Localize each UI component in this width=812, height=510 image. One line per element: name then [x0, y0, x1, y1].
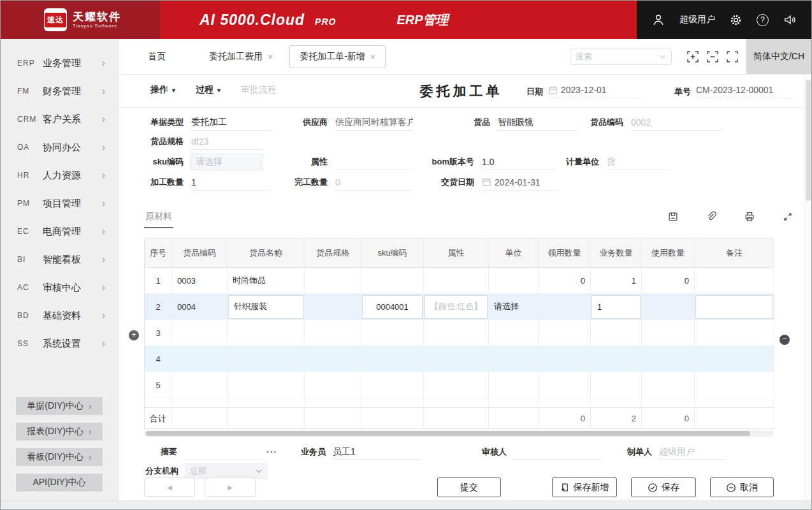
grid-cell[interactable] [539, 372, 591, 398]
grid-cell[interactable]: 3 [145, 320, 172, 346]
unit-input[interactable]: 货 [605, 154, 671, 170]
sku-code-input[interactable]: 请选择 [190, 154, 263, 170]
action-menu-button[interactable]: 操作▼ [150, 84, 177, 96]
grid-cell[interactable] [424, 372, 489, 398]
col-header-requisition-qty[interactable]: 领用数量 [539, 238, 591, 268]
grid-cell[interactable] [539, 320, 591, 346]
help-icon[interactable]: ? [757, 14, 769, 26]
summary-input[interactable] [184, 444, 261, 460]
announcement-speaker-icon[interactable] [783, 13, 797, 27]
goods-code-input[interactable]: 0002 [630, 114, 723, 131]
cancel-button[interactable]: 取消 [710, 477, 774, 497]
grid-cell[interactable]: 1 [145, 268, 172, 294]
grid-cell[interactable] [695, 372, 774, 398]
tab-processing-fee[interactable]: 委托加工费用 × [209, 51, 273, 62]
global-search[interactable] [570, 48, 672, 65]
sidebar-item-crm[interactable]: CRM 客户关系 › [1, 105, 118, 133]
grid-cell[interactable] [172, 320, 228, 346]
col-header-goods-spec[interactable]: 货品规格 [305, 238, 361, 268]
col-header-seq[interactable]: 序号 [145, 238, 172, 268]
print-icon[interactable] [744, 211, 755, 222]
grid-cell[interactable]: 0 [642, 268, 695, 294]
tab-home[interactable]: 首页 [148, 51, 166, 62]
grid-cell[interactable] [172, 372, 228, 398]
col-header-sku[interactable]: sku编码 [361, 238, 424, 268]
user-icon[interactable] [651, 13, 665, 27]
attribute-editor[interactable]: 【颜色:红色】 [424, 295, 488, 319]
grid-cell[interactable] [591, 372, 642, 398]
auditor-input[interactable] [512, 444, 602, 460]
sidebar-item-hr[interactable]: HR 人力资源 › [1, 161, 118, 189]
diy-report-center-button[interactable]: 报表(DIY)中心 › [16, 423, 103, 441]
grid-cell[interactable] [305, 320, 361, 346]
fullscreen-icon[interactable] [726, 50, 739, 63]
date-input[interactable]: 2023-12-01 [548, 85, 641, 98]
sidebar-item-pm[interactable]: PM 项目管理 › [1, 189, 118, 217]
grid-cell[interactable]: 4 [145, 346, 172, 372]
summary-more-button[interactable]: ··· [266, 447, 277, 457]
col-header-business-qty[interactable]: 业务数量 [591, 238, 642, 268]
expand-grid-icon[interactable] [782, 211, 794, 222]
grid-cell[interactable] [172, 346, 228, 372]
grid-cell[interactable] [305, 294, 361, 320]
grid-cell[interactable] [489, 346, 539, 372]
sidebar-item-ss[interactable]: SS 系统设置 › [1, 330, 118, 358]
attachment-paperclip-icon[interactable] [706, 211, 717, 222]
vertical-scrollbar[interactable] [804, 75, 811, 500]
language-switcher[interactable]: 简体中文/CH [746, 39, 811, 74]
grid-cell[interactable] [642, 372, 695, 398]
goods-input[interactable]: 智能眼镜 [497, 114, 577, 131]
sidebar-item-erp[interactable]: ERP 业务管理 › [1, 49, 118, 77]
remove-row-button[interactable]: − [779, 335, 790, 345]
diy-doc-center-button[interactable]: 单据(DIY)中心 › [16, 397, 103, 415]
goods-name-editor[interactable]: 针织服装 [228, 295, 303, 319]
horizontal-scrollbar[interactable] [144, 430, 774, 437]
tab-raw-materials[interactable]: 原材料 [144, 210, 173, 228]
grid-cell[interactable] [489, 320, 539, 346]
grid-cell[interactable] [305, 346, 361, 372]
grid-cell[interactable] [489, 372, 539, 398]
grid-cell[interactable] [305, 372, 361, 398]
close-icon[interactable]: × [370, 52, 375, 62]
process-qty-input[interactable]: 1 [190, 174, 271, 191]
grid-cell[interactable]: 5 [145, 372, 172, 398]
zoom-in-viewport-icon[interactable] [686, 50, 699, 63]
tab-processing-order-new[interactable]: 委托加工单-新增 × [289, 45, 386, 68]
grid-cell[interactable] [424, 268, 489, 294]
grid-cell[interactable] [539, 294, 591, 320]
grid-cell[interactable] [695, 268, 774, 294]
diy-board-center-button[interactable]: 看板(DIY)中心 › [16, 448, 103, 466]
grid-cell[interactable] [642, 346, 695, 372]
doc-no-input[interactable]: CM-2023-12-00001 [696, 85, 793, 98]
doc-type-input[interactable]: 委托加工 [190, 114, 271, 131]
grid-cell[interactable] [361, 268, 424, 294]
grid-cell[interactable] [591, 320, 642, 346]
grid-cell[interactable] [228, 372, 305, 398]
grid-cell[interactable]: 1 [591, 268, 642, 294]
grid-cell[interactable] [361, 320, 424, 346]
grid-cell[interactable] [539, 346, 591, 372]
sidebar-item-fm[interactable]: FM 财务管理 › [1, 77, 118, 105]
attribute-input[interactable] [334, 154, 413, 170]
grid-cell[interactable] [642, 294, 695, 320]
grid-cell[interactable]: 0004 [172, 294, 228, 320]
scrollbar-thumb[interactable] [806, 80, 811, 201]
grid-cell[interactable] [305, 268, 361, 294]
sidebar-item-bi[interactable]: BI 智能看板 › [1, 245, 118, 273]
business-qty-editor[interactable]: 1 [591, 295, 641, 319]
search-input[interactable] [576, 52, 659, 61]
creator-input[interactable]: 超级用户 [658, 444, 725, 460]
zoom-out-viewport-icon[interactable] [706, 50, 719, 63]
supplier-input[interactable]: 供应商同时核算客户 [334, 114, 413, 131]
prev-record-button[interactable]: ◀ [144, 477, 195, 497]
grid-cell[interactable] [489, 268, 539, 294]
col-header-used-qty[interactable]: 使用数量 [642, 238, 695, 268]
col-header-attribute[interactable]: 属性 [424, 238, 489, 268]
save-new-button[interactable]: 保存新增 [552, 477, 617, 497]
col-header-goods-code[interactable]: 货品编码 [172, 238, 228, 268]
grid-cell[interactable]: 请选择 [489, 294, 539, 320]
grid-cell[interactable] [228, 346, 305, 372]
grid-cell[interactable] [424, 320, 489, 346]
close-icon[interactable]: × [268, 52, 273, 62]
grid-cell[interactable] [642, 320, 695, 346]
